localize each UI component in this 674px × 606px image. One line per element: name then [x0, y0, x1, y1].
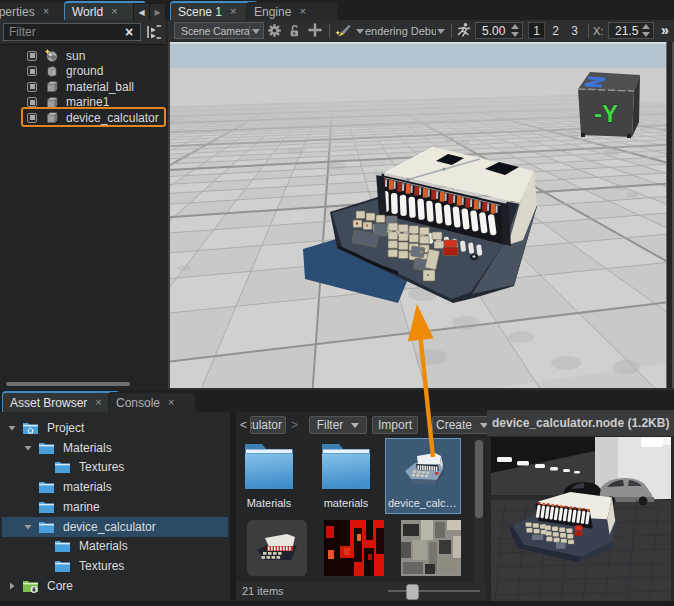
asset-tree-label: Materials [79, 539, 128, 553]
tab-scroll-right-button[interactable]: ▶ [149, 3, 166, 21]
folder-icon [38, 480, 55, 494]
preview-image [491, 437, 671, 603]
x-position-spinbox[interactable]: 21.5 [608, 22, 654, 39]
selected-node-outline [21, 107, 166, 127]
preview-header: device_calculator.node (1.2KB) [487, 410, 674, 436]
hierarchy-hscrollbar[interactable] [6, 382, 130, 386]
import-button[interactable]: Import [372, 416, 418, 434]
spin-down-icon[interactable] [642, 32, 650, 37]
speed-preset-3[interactable]: 3 [566, 22, 583, 39]
asset-tree-item-Materials[interactable]: Materials [2, 438, 228, 458]
expander-spacer [24, 483, 32, 491]
rendering-debug-select[interactable]: Rendering Debug [365, 22, 436, 39]
thumbnail-size-slider[interactable] [388, 590, 480, 592]
asset-tree-item-Core[interactable]: Core [2, 576, 228, 596]
expander-open-icon[interactable] [24, 444, 32, 452]
node-enabled-checkbox[interactable] [27, 97, 37, 107]
asset-grid-scrollbar[interactable] [474, 438, 484, 582]
tab-close-icon[interactable]: × [43, 6, 49, 17]
tab-scroll-left-button[interactable]: ◀ [133, 3, 150, 21]
runner-speed-icon[interactable] [456, 22, 472, 38]
chevron-down-icon[interactable] [437, 29, 445, 34]
speed-value: 5.00 [482, 24, 505, 38]
tab-close-icon[interactable]: × [230, 6, 236, 17]
asset-tree-item-Materials[interactable]: Materials [2, 536, 228, 556]
speed-preset-2[interactable]: 2 [547, 22, 564, 39]
node-enabled-checkbox[interactable] [27, 82, 37, 92]
chevron-down-icon[interactable] [356, 29, 364, 34]
slider-handle[interactable] [406, 584, 419, 600]
toolbar-overflow-button[interactable]: » [658, 21, 672, 39]
placement-plus-icon[interactable] [307, 22, 323, 38]
scene-camera-select[interactable]: Scene Camera [174, 22, 264, 39]
tab-close-icon[interactable]: × [168, 397, 174, 408]
breadcrumb-forward-icon[interactable]: > [291, 418, 301, 432]
expander-open-icon[interactable] [24, 523, 32, 531]
viewport-right-edge [666, 42, 674, 388]
hierarchy-item-sun[interactable]: sun [0, 48, 164, 64]
folder-icon [38, 441, 55, 455]
x-position-value: 21.5 [615, 24, 638, 38]
node-enabled-checkbox[interactable] [27, 51, 37, 61]
expander-spacer [40, 463, 48, 471]
preview-render [491, 437, 671, 603]
asset-status-bar: 21 items [236, 582, 487, 600]
filter-clear-icon[interactable]: × [122, 25, 136, 39]
tab-scene-1[interactable]: Scene 1× [170, 1, 258, 20]
viewport-3d-scene[interactable]: -Y [168, 42, 666, 388]
spinner-arrows[interactable] [511, 24, 520, 37]
tab-asset-browser[interactable]: Asset Browser× [2, 391, 120, 412]
asset-tile-device_calculator[interactable]: device_calculator [386, 439, 460, 513]
gizmo-front-axis-label: -Y [594, 100, 618, 127]
tab-close-icon[interactable]: × [95, 397, 101, 408]
lock-open-icon[interactable] [288, 23, 302, 38]
asset-tile-label: Materials [247, 497, 292, 509]
viewport-toolbar: Scene CameraRendering Debug5.00123X:21.5… [168, 20, 674, 42]
filter-input[interactable]: Filter [3, 23, 141, 41]
tab-close-icon[interactable]: × [111, 6, 117, 17]
expander-closed-icon[interactable] [8, 582, 16, 590]
expander-open-icon[interactable] [8, 424, 16, 432]
asset-tree: ProjectMaterialsTexturesmaterialsmarined… [0, 412, 230, 600]
tab-label: World [72, 5, 103, 19]
asset-tree-label: marine [63, 500, 100, 514]
asset-tile-Materials[interactable]: Materials [232, 439, 306, 513]
asset-tree-item-Project[interactable]: Project [2, 418, 228, 438]
filter-dropdown-button[interactable]: Filter [309, 416, 367, 434]
speed-spinbox[interactable]: 5.00 [475, 22, 523, 39]
asset-tree-item-Textures[interactable]: Textures [2, 556, 228, 576]
wand-icon[interactable] [334, 23, 351, 38]
asset-tree-item-materials[interactable]: materials [2, 477, 228, 497]
asset-tree-item-Textures[interactable]: Textures [2, 457, 228, 477]
spin-down-icon[interactable] [511, 32, 519, 37]
folder-icon [239, 439, 299, 495]
hierarchy-item-ground[interactable]: ground [0, 63, 164, 79]
tab-label: Asset Browser [10, 396, 87, 410]
breadcrumb-back-icon[interactable]: < [240, 418, 250, 432]
gear-icon[interactable] [267, 23, 282, 38]
folder-icon [54, 460, 71, 474]
asset-tree-item-device_calculator[interactable]: device_calculator [2, 517, 228, 537]
spin-up-icon[interactable] [511, 24, 519, 29]
create-dropdown-button[interactable]: Create [432, 416, 492, 434]
speed-preset-1[interactable]: 1 [528, 22, 545, 39]
asset-tree-item-marine[interactable]: marine [2, 497, 228, 517]
tab-label: Properties [0, 5, 35, 19]
spinner-arrows[interactable] [642, 24, 651, 37]
scrollbar-thumb[interactable] [475, 440, 483, 518]
asset-tree-label: device_calculator [63, 520, 156, 534]
asset-tile-label: materials [324, 497, 369, 509]
spin-up-icon[interactable] [642, 24, 650, 29]
folder-icon [54, 539, 71, 553]
tab-engine[interactable]: Engine× [246, 2, 338, 20]
node-enabled-checkbox[interactable] [27, 66, 37, 76]
tab-console[interactable]: Console× [108, 392, 196, 412]
hierarchy-item-material_ball[interactable]: material_ball [0, 79, 164, 95]
asset-tree-label: Textures [79, 460, 124, 474]
items-count: 21 items [242, 585, 284, 597]
hierarchy-filter-bar: Filter × [0, 20, 166, 44]
breadcrumb-button[interactable]: device_calculator [250, 416, 286, 434]
asset-tile-materials[interactable]: materials [309, 439, 383, 513]
collapse-all-icon[interactable] [146, 25, 162, 39]
tab-close-icon[interactable]: × [299, 6, 305, 17]
